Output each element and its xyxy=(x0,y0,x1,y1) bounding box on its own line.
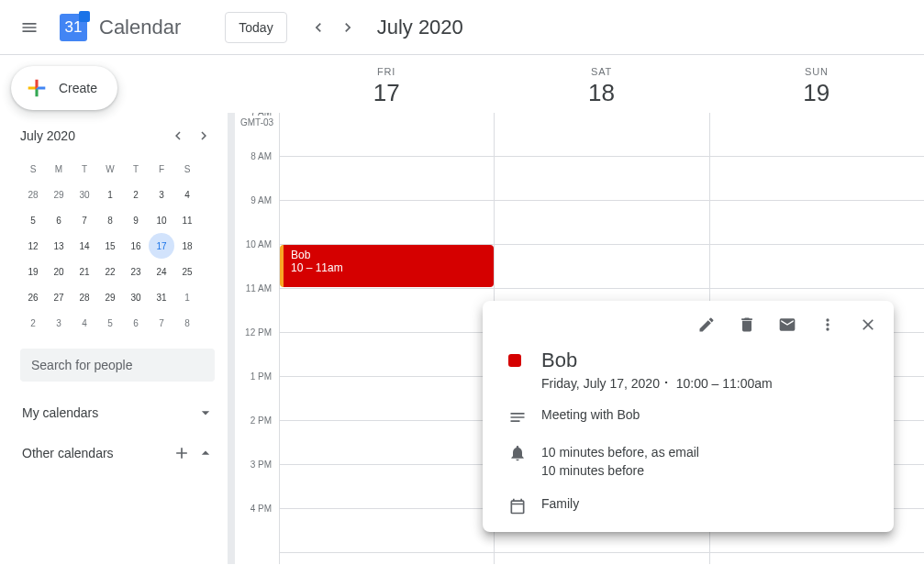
my-calendars-toggle[interactable]: My calendars xyxy=(0,394,228,431)
calendar-icon xyxy=(508,497,527,515)
mini-cal-day[interactable]: 5 xyxy=(20,207,46,233)
hour-cell[interactable] xyxy=(280,289,494,333)
mini-cal-day[interactable]: 4 xyxy=(72,310,97,336)
mini-cal-day[interactable]: 6 xyxy=(46,207,72,233)
day-header[interactable]: SAT18 xyxy=(494,55,708,107)
my-calendars-label: My calendars xyxy=(22,405,98,420)
delete-event-button[interactable] xyxy=(730,308,763,341)
day-header[interactable]: SUN19 xyxy=(709,55,924,107)
hour-cell[interactable] xyxy=(710,201,924,245)
hour-cell[interactable] xyxy=(280,421,494,465)
mini-cal-day[interactable]: 9 xyxy=(123,207,149,233)
mini-cal-day[interactable]: 18 xyxy=(174,233,200,259)
hour-cell[interactable] xyxy=(280,201,494,245)
time-column: 7 AM8 AM9 AM10 AM11 AM12 PM1 PM2 PM3 PM4… xyxy=(235,113,279,564)
hour-cell[interactable] xyxy=(280,157,494,201)
hour-cell[interactable] xyxy=(280,113,494,157)
app-logo: 31 xyxy=(55,9,92,46)
mini-cal-day[interactable]: 4 xyxy=(174,182,200,207)
mini-cal-day[interactable]: 10 xyxy=(149,207,174,233)
other-calendars-toggle[interactable]: Other calendars xyxy=(0,435,228,471)
mini-cal-day[interactable]: 30 xyxy=(72,182,97,207)
event-popup-title: Bob xyxy=(541,349,577,372)
create-button[interactable]: Create xyxy=(11,66,117,110)
mini-cal-day[interactable]: 31 xyxy=(149,284,174,310)
hour-cell[interactable] xyxy=(495,157,708,201)
current-period-label: July 2020 xyxy=(377,16,463,39)
mini-cal-day[interactable]: 27 xyxy=(46,284,72,310)
mini-cal-day[interactable]: 1 xyxy=(97,182,123,207)
mini-cal-day[interactable]: 26 xyxy=(20,284,46,310)
mini-cal-next[interactable] xyxy=(193,125,215,147)
event-options-button[interactable] xyxy=(811,308,844,341)
hour-cell[interactable] xyxy=(280,509,494,553)
mini-cal-day[interactable]: 21 xyxy=(72,259,97,284)
day-of-week: SAT xyxy=(494,66,708,77)
mini-cal-day[interactable]: 11 xyxy=(174,207,200,233)
mini-cal-day[interactable]: 2 xyxy=(123,182,149,207)
mini-cal-day[interactable]: 25 xyxy=(174,259,200,284)
close-popup-button[interactable] xyxy=(852,308,885,341)
mini-cal-day[interactable]: 8 xyxy=(174,310,200,336)
day-header[interactable]: FRI17 xyxy=(279,55,494,107)
mini-cal-day[interactable]: 3 xyxy=(46,310,72,336)
description-icon xyxy=(508,408,527,427)
hour-cell[interactable] xyxy=(710,245,924,289)
event-popup-datetime: Friday, July 17, 2020 ⠂ 10:00 – 11:00am xyxy=(541,376,875,391)
mini-cal-day[interactable]: 7 xyxy=(72,207,97,233)
event-reminders: 10 minutes before, as email10 minutes be… xyxy=(541,443,699,480)
edit-event-button[interactable] xyxy=(690,308,723,341)
mini-cal-day[interactable]: 15 xyxy=(97,233,123,259)
hour-cell[interactable] xyxy=(495,113,708,157)
hour-cell[interactable] xyxy=(495,245,708,289)
mini-cal-day[interactable]: 30 xyxy=(123,284,149,310)
mini-cal-day[interactable]: 12 xyxy=(20,233,46,259)
day-column[interactable]: Bob10 – 11am xyxy=(279,113,494,564)
mini-cal-day[interactable]: 17 xyxy=(149,233,174,259)
main-menu-button[interactable] xyxy=(7,6,51,50)
mini-cal-prev[interactable] xyxy=(167,125,189,147)
chevron-up-icon xyxy=(196,444,215,462)
hour-cell[interactable] xyxy=(280,377,494,421)
mini-cal-day[interactable]: 28 xyxy=(72,284,97,310)
mini-cal-dow: M xyxy=(46,156,72,182)
mini-cal-day[interactable]: 24 xyxy=(149,259,174,284)
reminder-line: 10 minutes before, as email xyxy=(541,443,699,461)
mini-cal-day[interactable]: 28 xyxy=(20,182,46,207)
mini-cal-day[interactable]: 8 xyxy=(97,207,123,233)
day-number: 19 xyxy=(709,79,924,107)
mini-cal-day[interactable]: 3 xyxy=(149,182,174,207)
mini-cal-day[interactable]: 13 xyxy=(46,233,72,259)
mini-cal-day[interactable]: 7 xyxy=(149,310,174,336)
search-people-input[interactable]: Search for people xyxy=(20,349,215,382)
mini-cal-day[interactable]: 23 xyxy=(123,259,149,284)
mini-cal-day[interactable]: 16 xyxy=(123,233,149,259)
mini-cal-day[interactable]: 2 xyxy=(20,310,46,336)
mini-cal-day[interactable]: 29 xyxy=(46,182,72,207)
mini-cal-day[interactable]: 14 xyxy=(72,233,97,259)
day-number: 17 xyxy=(279,79,494,107)
hour-cell[interactable] xyxy=(280,333,494,377)
hour-cell[interactable] xyxy=(495,201,708,245)
today-button[interactable]: Today xyxy=(225,12,286,43)
mini-cal-day[interactable]: 29 xyxy=(97,284,123,310)
mini-cal-day[interactable]: 20 xyxy=(46,259,72,284)
add-icon[interactable] xyxy=(173,444,191,462)
mini-cal-day[interactable]: 5 xyxy=(97,310,123,336)
mini-cal-day[interactable]: 22 xyxy=(97,259,123,284)
mini-cal-day[interactable]: 19 xyxy=(20,259,46,284)
prev-period-button[interactable] xyxy=(304,13,333,42)
calendar-event[interactable]: Bob10 – 11am xyxy=(280,245,494,287)
hour-cell[interactable] xyxy=(710,157,924,201)
hour-label: 8 AM xyxy=(235,151,272,195)
mini-cal-day[interactable]: 1 xyxy=(174,284,200,310)
mini-cal-day[interactable]: 6 xyxy=(123,310,149,336)
chevron-left-icon xyxy=(170,127,186,144)
sidebar: Create July 2020 SMTWTFS2829301234567891… xyxy=(0,55,228,564)
next-period-button[interactable] xyxy=(333,13,362,42)
day-number: 18 xyxy=(494,79,708,107)
email-guests-button[interactable] xyxy=(771,308,804,341)
mini-cal-dow: F xyxy=(149,156,174,182)
hour-cell[interactable] xyxy=(710,113,924,157)
hour-cell[interactable] xyxy=(280,465,494,509)
